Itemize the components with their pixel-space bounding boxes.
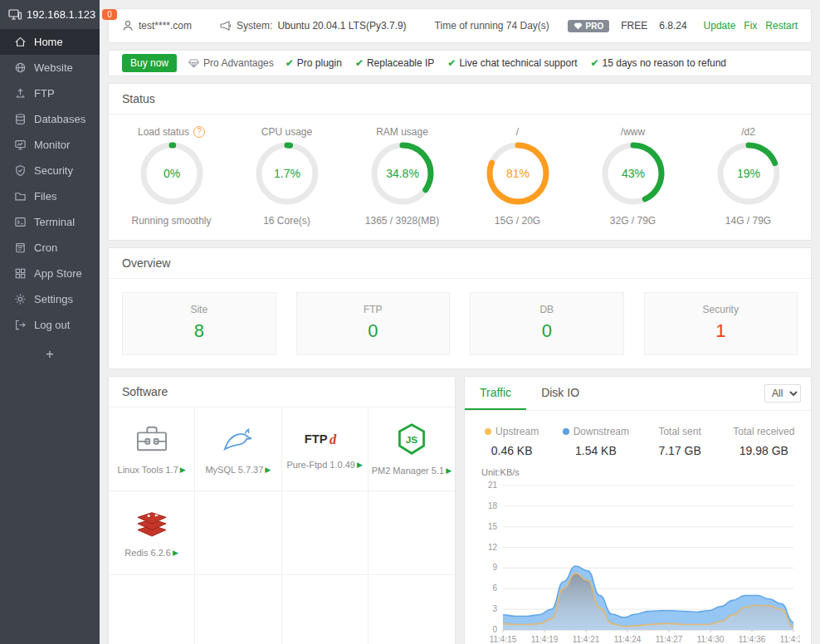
sidebar-add-button[interactable]: + <box>0 338 100 371</box>
message-count-badge[interactable]: 0 <box>102 9 117 20</box>
svg-text:11:4:39: 11:4:39 <box>780 635 800 644</box>
sidebar-item-settings[interactable]: Settings <box>0 286 100 312</box>
traffic-header: Traffic Disk IO All <box>465 377 811 411</box>
pro-feature: ✔15 days no reason to refund <box>590 57 726 69</box>
overview-card-security[interactable]: Security1 <box>644 292 798 355</box>
sidebar-item-ftp[interactable]: FTP <box>0 80 100 106</box>
gauge-label: /www <box>579 124 687 139</box>
sidebar-item-logout[interactable]: Log out <box>0 312 100 338</box>
software-item-name: Pure-Ftpd 1.0.49▶ <box>286 460 362 470</box>
sidebar-item-label: Monitor <box>34 139 70 151</box>
sidebar-item-appstore[interactable]: App Store <box>0 261 100 286</box>
gauge-label: Load status? <box>118 124 226 139</box>
sidebar-item-cron[interactable]: Cron <box>0 235 100 261</box>
gauge--d2: /d2 19% 14G / 79G <box>695 124 803 227</box>
edition-label: FREE <box>621 20 647 32</box>
traffic-stat-value: 0.46 KB <box>470 444 554 457</box>
traffic-stat-upstream: Upstream0.46 KB <box>470 426 554 457</box>
software-item-mysql[interactable]: MySQL 5.7.37▶ <box>195 407 281 491</box>
running-play-icon: ▶ <box>173 549 178 557</box>
traffic-stat-label: Downstream <box>554 426 637 437</box>
svg-text:19%: 19% <box>736 167 759 180</box>
system-label: System: <box>237 20 272 32</box>
gauge-ring: 43% <box>579 139 687 210</box>
running-play-icon: ▶ <box>446 466 451 475</box>
gauge-sub: 15G / 20G <box>464 215 572 227</box>
tab-traffic[interactable]: Traffic <box>465 377 526 410</box>
pro-advantages-group[interactable]: Pro Advantages <box>188 57 274 69</box>
software-item-linux[interactable]: Linux Tools 1.7▶ <box>109 407 195 491</box>
check-icon: ✔ <box>286 57 294 69</box>
buy-now-button[interactable]: Buy now <box>122 54 177 72</box>
top-link-restart[interactable]: Restart <box>765 20 798 32</box>
sidebar-item-home[interactable]: Home <box>0 29 100 55</box>
sidebar-item-security[interactable]: Security <box>0 158 100 183</box>
top-info-bar: test****.com System: Ubuntu 20.04.1 LTS(… <box>108 8 812 43</box>
gauge-label-text: CPU usage <box>261 126 312 138</box>
monitor-phone-icon <box>8 9 22 21</box>
gem-icon <box>188 59 199 68</box>
gauge-row: Load status? 0% Running smoothlyCPU usag… <box>109 115 811 240</box>
pro-badge[interactable]: PRO <box>568 20 610 32</box>
tab-disk-io[interactable]: Disk IO <box>526 377 594 410</box>
software-item-label: Pure-Ftpd 1.0.49 <box>286 460 355 470</box>
software-item-name: Redis 6.2.6▶ <box>124 548 178 558</box>
svg-text:d: d <box>329 432 337 447</box>
svg-text:0: 0 <box>492 625 497 634</box>
gauge-label: CPU usage <box>233 124 341 139</box>
software-item-pm2[interactable]: JSPM2 Manager 5.1▶ <box>369 407 455 491</box>
folder-icon <box>14 190 27 202</box>
svg-text:3: 3 <box>492 604 497 613</box>
overview-card-value: 0 <box>471 320 623 342</box>
help-icon[interactable]: ? <box>193 126 205 138</box>
traffic-stat-value: 1.54 KB <box>554 444 637 457</box>
svg-text:15: 15 <box>488 522 498 531</box>
terminal-icon <box>14 216 27 228</box>
home-icon <box>14 36 27 48</box>
software-item-pure-ftpd[interactable]: FTPdPure-Ftpd 1.0.49▶ <box>282 407 369 491</box>
svg-text:34.8%: 34.8% <box>386 167 419 180</box>
mysql-icon <box>220 423 256 457</box>
pro-feature-label: 15 days no reason to refund <box>603 57 726 69</box>
gauge-ram-usage: RAM usage 34.8% 1365 / 3928(MB) <box>349 124 456 227</box>
sidebar-item-label: App Store <box>34 267 82 280</box>
traffic-stat-value: 19.98 GB <box>722 444 806 457</box>
gauge-ring: 0% <box>118 139 226 210</box>
monitor-icon <box>14 139 27 151</box>
gauge-label: / <box>464 124 572 139</box>
gauge-label: RAM usage <box>349 124 456 139</box>
software-item-label: Linux Tools 1.7 <box>118 465 178 475</box>
overview-card-value: 0 <box>297 320 450 342</box>
sidebar-item-files[interactable]: Files <box>0 183 100 209</box>
svg-text:1.7%: 1.7% <box>274 167 300 180</box>
software-item-redis[interactable]: Redis 6.2.6▶ <box>109 491 195 575</box>
server-ip[interactable]: 192.168.1.123 <box>27 8 95 21</box>
overview-card-db[interactable]: DB0 <box>470 292 624 355</box>
overview-card-ftp[interactable]: FTP0 <box>296 292 451 355</box>
software-item-name: PM2 Manager 5.1▶ <box>372 466 451 476</box>
gear-icon <box>14 293 27 305</box>
grid-icon <box>14 267 27 280</box>
software-item-label: Redis 6.2.6 <box>124 548 171 558</box>
overview-card-site[interactable]: Site8 <box>122 292 276 355</box>
top-link-update[interactable]: Update <box>704 20 736 32</box>
server-row[interactable]: 192.168.1.123 0 <box>0 0 100 29</box>
user-group[interactable]: test****.com <box>122 20 192 32</box>
top-link-fix[interactable]: Fix <box>744 20 757 32</box>
sidebar-item-website[interactable]: Website <box>0 55 100 80</box>
uptime: Time of running 74 Day(s) <box>435 20 549 32</box>
svg-text:21: 21 <box>488 481 498 490</box>
svg-text:43%: 43% <box>621 167 644 180</box>
sidebar-item-databases[interactable]: Databases <box>0 106 100 132</box>
svg-text:11:4:36: 11:4:36 <box>739 635 766 644</box>
software-item-label: PM2 Manager 5.1 <box>372 466 444 476</box>
pro-feature: ✔Live chat technical support <box>447 57 577 69</box>
software-cell-empty <box>195 575 281 644</box>
sidebar-item-terminal[interactable]: Terminal <box>0 209 100 235</box>
traffic-stat-label: Upstream <box>470 426 554 437</box>
sidebar-item-label: Home <box>34 36 63 48</box>
shield-icon <box>14 164 27 177</box>
pro-features: ✔Pro plugin✔Replaceable IP✔Live chat tec… <box>286 57 726 69</box>
traffic-filter-select[interactable]: All <box>764 384 801 402</box>
sidebar-item-monitor[interactable]: Monitor <box>0 132 100 158</box>
